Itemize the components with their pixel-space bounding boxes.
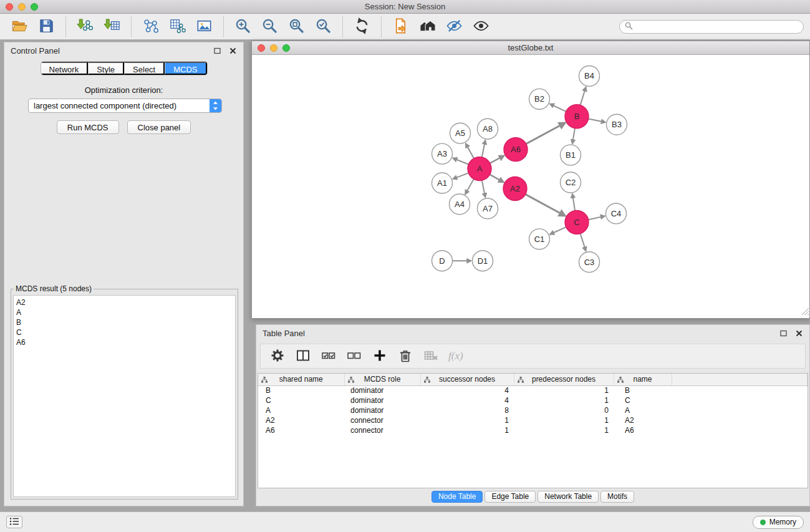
open-document-button[interactable] [387,16,414,37]
function-builder-button[interactable]: f(x) [448,348,463,364]
table-cell: 1 [514,385,614,395]
import-table-icon [104,17,120,36]
optimization-criterion-select[interactable]: largest connected component (directed) [28,99,222,113]
graph-edge-A-A2[interactable] [490,175,504,182]
mcds-result-item[interactable]: A2 [16,297,233,307]
mcds-result-list[interactable]: A2ABCA6 [13,295,236,497]
graph-edge-C-C2[interactable] [572,194,575,211]
open-session-button[interactable] [6,16,33,37]
tab-network[interactable]: Network [41,62,88,75]
close-table-panel-button[interactable] [795,329,803,337]
deselect-all-button[interactable] [346,348,362,364]
table-cell: 1 [420,425,514,435]
mcds-result-item[interactable]: A6 [16,337,233,347]
memory-button[interactable]: Memory [753,516,804,529]
node-table-container[interactable]: shared name MCDS role successor nodes [258,373,808,488]
new-network-button[interactable] [137,16,164,37]
graph-node-label-A: A [477,164,483,173]
graph-edge-A-A7[interactable] [482,180,486,197]
graph-edge-A6-B[interactable] [526,123,566,144]
mcds-result-item[interactable]: C [16,327,233,337]
graph-edge-A2-C[interactable] [526,195,566,216]
close-panel-action-button[interactable]: Close panel [127,120,191,134]
column-header-successor-nodes[interactable]: successor nodes [420,374,514,385]
status-bar: Memory [0,511,810,532]
graph-edge-A-A8[interactable] [482,140,486,157]
save-session-button[interactable] [33,16,60,37]
refresh-button[interactable] [349,16,375,37]
table-settings-button[interactable] [269,348,286,364]
table-row[interactable]: A6connector11A6 [258,425,808,435]
delete-column-button[interactable] [397,348,413,364]
network-minimize-button[interactable] [270,44,277,52]
zoom-selected-button[interactable] [310,16,337,37]
delete-table-button[interactable] [423,348,439,364]
graph-node-label-A6: A6 [511,145,521,154]
graph-edge-A-A1[interactable] [453,173,468,179]
network-canvas[interactable]: B4B2BB3A5A8A6B1A3AC2A1A2A4A7C4CC1C3DD1 [252,56,809,318]
graph-edge-A-A6[interactable] [490,156,504,163]
network-from-table-button[interactable] [164,16,191,37]
table-row[interactable]: Bdominator41B [258,385,808,395]
search-input[interactable] [636,22,798,31]
tab-style[interactable]: Style [88,62,124,75]
tab-motifs[interactable]: Motifs [600,491,634,503]
graph-edge-A-A3[interactable] [453,158,468,165]
application-window: Session: New Session [0,0,810,532]
mcds-result-item[interactable]: B [16,317,233,327]
import-table-button[interactable] [99,16,125,37]
import-network-button[interactable] [72,16,99,37]
graph-node-label-A1: A1 [437,178,447,188]
show-details-button[interactable] [468,16,494,37]
table-row[interactable]: A2connector11A2 [258,415,808,425]
graph-edge-B-B3[interactable] [589,119,605,122]
graph-edge-C-C3[interactable] [581,233,586,251]
float-panel-button[interactable] [213,47,221,55]
graph-edge-C-C4[interactable] [589,216,605,220]
network-zoom-button[interactable] [282,44,290,52]
select-all-button[interactable] [321,348,337,364]
control-panel-title: Control Panel [11,46,60,56]
add-column-button[interactable] [372,348,388,364]
table-panel-title: Table Panel [263,329,305,338]
tab-node-table[interactable]: Node Table [432,491,483,503]
tab-network-table[interactable]: Network Table [538,491,599,503]
network-graph: B4B2BB3A5A8A6B1A3AC2A1A2A4A7C4CC1C3DD1 [252,56,809,318]
graph-edge-C-C1[interactable] [550,227,566,235]
mcds-result-item[interactable]: A [16,307,233,317]
column-header-mcds-role[interactable]: MCDS role [344,374,420,385]
task-history-button[interactable] [6,516,22,528]
tab-mcds[interactable]: MCDS [165,62,206,75]
network-close-button[interactable] [258,44,265,52]
run-mcds-button[interactable]: Run MCDS [57,120,119,134]
graph-edge-B-B4[interactable] [581,87,586,105]
resize-grip-icon[interactable] [801,306,809,317]
zoom-out-button[interactable] [256,16,283,37]
float-table-panel-button[interactable] [779,329,788,337]
delete-table-icon [423,348,438,365]
zoom-fit-button[interactable] [283,16,310,37]
graph-edge-B-B2[interactable] [550,104,566,112]
network-window-titlebar: testGlobe.txt [252,41,809,55]
column-header-shared-name[interactable]: shared name [258,374,344,385]
close-panel-button[interactable] [229,47,237,55]
column-header-predecessor-nodes[interactable]: predecessor nodes [514,374,614,385]
graph-edge-A-A4[interactable] [465,179,474,194]
zoom-in-button[interactable] [229,16,256,37]
window-zoom-button[interactable] [31,3,38,11]
table-row[interactable]: Adominator80A [258,405,808,415]
style-visibility-button[interactable] [441,16,468,37]
export-image-button[interactable] [191,16,218,37]
graph-edge-A-A5[interactable] [466,143,474,158]
window-minimize-button[interactable] [18,3,26,11]
window-close-button[interactable] [6,3,13,11]
tab-select[interactable]: Select [124,62,165,75]
tab-edge-table[interactable]: Edge Table [485,491,536,503]
show-columns-button[interactable] [295,348,311,364]
graph-edge-B-B1[interactable] [572,128,575,144]
table-row[interactable]: Cdominator41C [258,395,808,405]
mcds-result-title: MCDS result (5 nodes) [14,284,94,293]
window-traffic-lights [6,3,38,11]
home-overview-button[interactable] [414,16,441,37]
column-header-name[interactable]: name [614,374,672,385]
